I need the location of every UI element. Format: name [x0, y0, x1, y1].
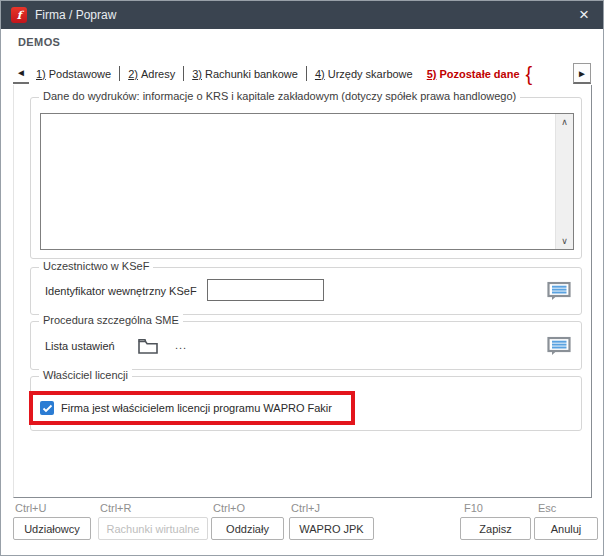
tabs: 1) Podstawowe 2) Adresy 3) Rachunki bank…	[34, 62, 532, 85]
tab-podstawowe[interactable]: 1) Podstawowe	[34, 65, 113, 83]
oddzialy-button[interactable]: Oddziały	[211, 517, 284, 540]
tab-num: 4)	[315, 68, 325, 80]
group-legend: Uczestnictwo w KSeF	[39, 260, 153, 272]
close-icon[interactable]: ×	[565, 1, 603, 29]
group-legend: Procedura szczególna SME	[39, 314, 183, 326]
tab-scroll-left-icon[interactable]: ◄	[13, 64, 29, 84]
shortcut-f10: F10	[464, 502, 483, 514]
udzialowcy-button[interactable]: Udziałowcy	[13, 517, 91, 540]
tab-urzedy-skarbowe[interactable]: 4) Urzędy skarbowe	[313, 65, 415, 83]
titlebar: f Firma / Popraw ×	[1, 1, 603, 29]
rachunki-wirtualne-button: Rachunki wirtualne	[98, 517, 208, 540]
tab-adresy[interactable]: 2) Adresy	[126, 65, 177, 83]
folder-icon[interactable]	[137, 337, 159, 355]
window-title: Firma / Popraw	[35, 1, 116, 29]
tab-separator	[183, 66, 184, 81]
shortcut-ctrl-o: Ctrl+O	[213, 502, 245, 514]
zapisz-button[interactable]: Zapisz	[460, 517, 531, 540]
shortcut-ctrl-j: Ctrl+J	[291, 502, 320, 514]
company-name: DEMOS	[18, 36, 60, 48]
comment-bubble-icon[interactable]	[547, 282, 571, 301]
more-options-button[interactable]: ...	[175, 338, 187, 350]
tab-label: Rachunki bankowe	[205, 68, 298, 80]
group-legend: Dane do wydruków: informacje o KRS i kap…	[39, 90, 520, 102]
group-uczestnictwo-ksef: Uczestnictwo w KSeF Identyfikator wewnęt…	[30, 267, 582, 315]
tab-bar: ◄ 1) Podstawowe 2) Adresy 3) Rachunki ba…	[13, 62, 593, 85]
tab-rachunki-bankowe[interactable]: 3) Rachunki bankowe	[190, 65, 300, 83]
tab-page-panel: Dane do wydruków: informacje o KRS i kap…	[13, 85, 592, 498]
tab-label: Adresy	[141, 68, 175, 80]
license-checkbox-label[interactable]: Firma jest właścicielem licencji program…	[61, 402, 332, 414]
ksef-id-input[interactable]	[207, 279, 324, 301]
scroll-down-icon[interactable]: ∨	[556, 233, 573, 249]
license-checkbox[interactable]	[40, 401, 54, 415]
tab-pozostale-dane-active[interactable]: 5) Pozostałe dane	[425, 65, 522, 83]
tab-separator	[119, 66, 120, 81]
group-wlasciciel-licencji: Właściciel licencji Firma jest właścicie…	[30, 376, 582, 431]
app-icon: f	[11, 7, 27, 23]
shortcut-ctrl-r: Ctrl+R	[100, 502, 131, 514]
ksef-id-label: Identyfikator wewnętrzny KSeF	[45, 285, 197, 297]
red-highlight-annotation: Firma jest właścicielem licencji program…	[29, 391, 355, 425]
scroll-up-icon[interactable]: ∧	[556, 114, 573, 130]
tab-num: 2)	[128, 68, 138, 80]
comment-bubble-icon[interactable]	[547, 336, 571, 355]
active-tab-marker: {	[526, 63, 533, 86]
tab-num: 3)	[192, 68, 202, 80]
app-icon-letter: f	[17, 10, 22, 21]
tab-num: 1)	[36, 68, 46, 80]
krs-text-area[interactable]: ∧ ∨	[40, 113, 574, 250]
tab-label: Pozostałe dane	[439, 68, 519, 80]
shortcut-esc: Esc	[538, 502, 556, 514]
scrollbar[interactable]: ∧ ∨	[555, 114, 573, 249]
tab-num: 5)	[427, 68, 437, 80]
anuluj-button[interactable]: Anuluj	[534, 517, 598, 540]
wapro-jpk-button[interactable]: WAPRO JPK	[289, 517, 374, 540]
shortcut-ctrl-u: Ctrl+U	[15, 502, 46, 514]
firma-popraw-dialog: f Firma / Popraw × DEMOS ◄ 1) Podstawowe…	[0, 0, 604, 556]
tab-separator	[306, 66, 307, 81]
tab-label: Urzędy skarbowe	[328, 68, 413, 80]
group-procedura-sme: Procedura szczególna SME Lista ustawień …	[30, 321, 582, 370]
lista-ustawien-label: Lista ustawień	[45, 340, 115, 352]
tab-label: Podstawowe	[49, 68, 111, 80]
group-legend: Właściciel licencji	[39, 369, 132, 381]
group-dane-do-wydrukow: Dane do wydruków: informacje o KRS i kap…	[30, 97, 582, 259]
tab-scroll-right-icon[interactable]: ►	[573, 63, 591, 84]
